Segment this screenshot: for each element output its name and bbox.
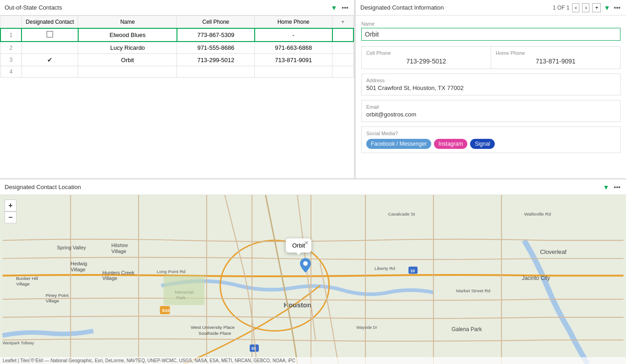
svg-text:Village: Village (102, 275, 118, 281)
extra-cell (332, 28, 353, 42)
zoom-out-button[interactable]: − (5, 211, 16, 223)
svg-text:Liberty Rd: Liberty Rd (375, 266, 395, 271)
cell-phone-cell (177, 66, 255, 78)
extra-cell (332, 54, 353, 66)
contact-info: Name Cell Phone 713-299-5012 Home Phone … (356, 16, 626, 178)
svg-text:Wallisville Rd: Wallisville Rd (524, 211, 551, 216)
checkmark-icon: ✔ (47, 56, 53, 63)
bottom-panel: Designated Contact Location ▼ ••• (0, 178, 626, 364)
name-label: Name (361, 21, 621, 26)
email-label: Email (366, 104, 615, 110)
svg-text:Wayside Dr: Wayside Dr (356, 325, 377, 330)
left-panel-header: Out-of-State Contacts ▼ ••• (0, 0, 354, 16)
home-phone-cell: 713-871-9091 (255, 54, 332, 66)
filter-icon-right[interactable]: ▼ (604, 4, 610, 11)
name-col-header: Name (78, 16, 177, 29)
extra-cell (332, 42, 353, 54)
svg-text:Spring Valley: Spring Valley (57, 245, 86, 250)
designated-col-header: Designated Contact (21, 16, 78, 29)
instagram-button[interactable]: Instagram (434, 139, 467, 149)
designated-cell[interactable]: ✔ (21, 54, 78, 66)
svg-text:Cloverleaf: Cloverleaf (540, 248, 567, 255)
svg-text:Village: Village (70, 267, 86, 272)
popup-label: Orbit (292, 242, 305, 249)
name-cell: Elwood Blues (78, 28, 177, 42)
svg-text:Piney Point: Piney Point (46, 293, 69, 298)
svg-text:Village: Village (112, 248, 127, 254)
svg-text:Hilshire: Hilshire (112, 243, 128, 248)
right-panel-header: Designated Contact Information 1 OF 1 ‹ … (356, 0, 626, 16)
cell-phone-cell: 971-555-8686 (177, 42, 255, 54)
designated-cell (21, 66, 78, 78)
contacts-table-container: Designated Contact Name Cell Phone Home … (0, 16, 354, 178)
pagination-text: 1 OF 1 (553, 5, 570, 11)
cell-phone-cell: 713-299-5012 (177, 54, 255, 66)
designated-cell[interactable] (21, 42, 78, 54)
signal-button[interactable]: Signal (470, 139, 494, 149)
row-num-col-header (0, 16, 21, 29)
filter-icon-bottom[interactable]: ▼ (603, 184, 609, 191)
checkbox[interactable] (47, 31, 53, 37)
contacts-table: Designated Contact Name Cell Phone Home … (0, 16, 354, 78)
map-container[interactable]: Long Point Rd Cavalcade St Wallisville R… (0, 195, 626, 364)
phone-fields: Cell Phone 713-299-5012 Home Phone 713-8… (361, 46, 621, 69)
right-panel-nav: 1 OF 1 ‹ › + ▼ ••• (553, 3, 621, 12)
svg-text:Galena Park: Galena Park (452, 326, 482, 332)
right-panel: Designated Contact Information 1 OF 1 ‹ … (354, 0, 626, 178)
svg-text:Village: Village (46, 298, 59, 303)
table-row[interactable]: 1 Elwood Blues 773-867-5309 - (0, 28, 353, 42)
social-media-field: Social Media? Facebook / Messenger Insta… (361, 127, 621, 153)
social-label: Social Media? (366, 131, 615, 136)
more-options-right-button[interactable]: ••• (613, 3, 621, 12)
popup-close-button[interactable]: ✕ (304, 240, 309, 246)
svg-text:Hedwig: Hedwig (70, 261, 87, 266)
svg-rect-33 (164, 276, 204, 305)
address-label: Address (366, 78, 615, 83)
name-cell: Orbit (78, 54, 177, 66)
prev-button[interactable]: ‹ (572, 3, 579, 12)
name-cell: Lucy Ricardo (78, 42, 177, 54)
extra-cell (332, 66, 353, 78)
svg-text:610: 610 (162, 308, 170, 313)
svg-text:Southside Place: Southside Place (198, 331, 231, 336)
next-button[interactable]: › (582, 3, 589, 12)
row-num: 4 (0, 66, 21, 78)
name-input[interactable] (361, 28, 621, 41)
zoom-in-button[interactable]: + (5, 200, 16, 211)
social-buttons: Facebook / Messenger Instagram Signal (366, 139, 615, 149)
svg-text:Bunker Hill: Bunker Hill (16, 276, 38, 281)
svg-text:10: 10 (410, 269, 415, 273)
name-field-group: Name (361, 21, 621, 41)
home-phone-field: Home Phone 713-871-9091 (491, 47, 620, 69)
facebook-button[interactable]: Facebook / Messenger (366, 139, 431, 149)
add-col-header[interactable]: + (332, 16, 353, 29)
svg-text:West University Place: West University Place (191, 325, 235, 330)
table-row[interactable]: 2 Lucy Ricardo 971-555-8686 971-663-6868 (0, 42, 353, 54)
zoom-controls: + − (5, 200, 16, 223)
home-phone-cell (255, 66, 332, 78)
table-row[interactable]: 4 (0, 66, 353, 78)
svg-text:Village: Village (16, 281, 30, 286)
address-field: Address 501 Crawford St, Houston, TX 770… (361, 74, 621, 95)
cell-phone-col-header: Cell Phone (177, 16, 255, 29)
address-value: 501 Crawford St, Houston, TX 77002 (366, 84, 615, 91)
cell-phone-value: 713-299-5012 (366, 58, 486, 65)
add-button[interactable]: + (592, 3, 601, 12)
home-phone-col-header: Home Phone (255, 16, 332, 29)
more-options-bottom-button[interactable]: ••• (613, 183, 621, 192)
cell-phone-field: Cell Phone 713-299-5012 (362, 47, 491, 69)
map-attribution: Leaflet | Tiles © Esri — National Geogra… (0, 357, 626, 364)
designated-cell[interactable] (21, 28, 78, 42)
home-phone-label: Home Phone (496, 50, 615, 56)
svg-text:Hunters Creek: Hunters Creek (102, 270, 135, 275)
filter-icon[interactable]: ▼ (331, 4, 337, 11)
table-row[interactable]: 3 ✔ Orbit 713-299-5012 713-871-9091 (0, 54, 353, 66)
name-cell (78, 66, 177, 78)
right-panel-title: Designated Contact Information (360, 4, 444, 11)
row-num: 3 (0, 54, 21, 66)
left-panel: Out-of-State Contacts ▼ ••• Designated C… (0, 0, 354, 178)
svg-point-36 (303, 261, 308, 266)
home-phone-cell: - (255, 28, 332, 42)
more-options-button[interactable]: ••• (341, 3, 349, 12)
map-pin (300, 258, 311, 274)
